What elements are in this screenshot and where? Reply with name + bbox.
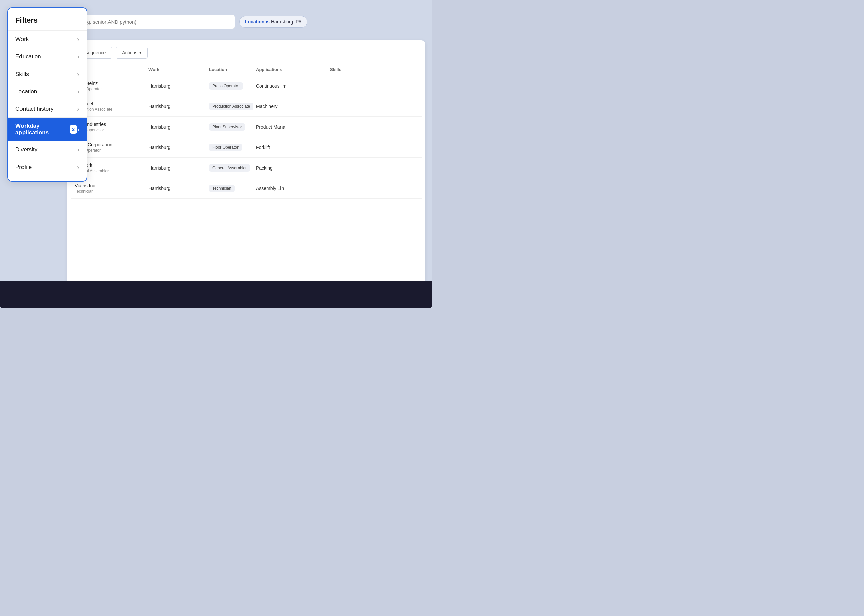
search-area: Location is Harrisburg, PA [67,10,425,34]
cell-skills: Machinery [256,104,330,109]
filter-label-diversity: Diversity [16,146,37,153]
cell-location: Harrisburg [148,165,209,171]
cell-application: General Assembler [209,164,256,171]
filter-item-profile[interactable]: Profile [8,158,87,176]
filter-badge-workday-applications: 2 [69,125,77,134]
filter-item-left-work: Work [16,36,28,42]
table-row[interactable]: PPG Industries Plant Supervisor Harrisbu… [71,117,422,137]
table-row[interactable]: Kraft Heinz Press Operator Harrisburg Pr… [71,76,422,96]
table-body: Kraft Heinz Press Operator Harrisburg Pr… [71,76,422,199]
filter-item-left-workday-applications: Workday applications 2 [16,123,77,136]
table-row[interactable]: Viatris Inc. Technician Harrisburg Techn… [71,178,422,199]
search-input[interactable] [67,15,235,29]
cell-skills: Packing [256,165,330,171]
location-filter-value: Harrisburg, PA [271,19,302,25]
chevron-right-icon-diversity [77,146,79,153]
app-badge: Floor Operator [209,144,242,151]
dark-bottom-strip [0,281,432,308]
filter-item-workday-applications[interactable]: Workday applications 2 [8,118,87,141]
table-row[interactable]: Aramark General Assembler Harrisburg Gen… [71,158,422,178]
data-table: Work Location Applications Skills Kraft … [71,64,422,298]
cell-application: Floor Operator [209,144,256,151]
table-row[interactable]: Alcoa Corporation Floor Operator Harrisb… [71,137,422,158]
filter-item-left-education: Education [16,53,41,60]
col-header-work: Work [148,67,209,72]
cell-skills: Product Mana [256,124,330,130]
col-header-skills: Skills [330,67,384,72]
chevron-right-icon-profile [77,163,79,171]
location-filter-badge[interactable]: Location is Harrisburg, PA [239,16,307,28]
company-name: Viatris Inc. [74,183,148,188]
filter-item-work[interactable]: Work [8,30,87,48]
chevron-right-icon-education [77,53,79,60]
actions-button[interactable]: Actions ▾ [115,47,148,59]
filter-label-skills: Skills [16,71,29,77]
filter-panel: Filters Work Education Skills Location C… [7,7,87,182]
app-badge: General Assembler [209,164,250,171]
job-title: Technician [74,189,148,194]
cell-location: Harrisburg [148,145,209,150]
cell-application: Technician [209,185,256,192]
filter-item-left-location: Location [16,88,37,95]
cell-application: Plant Supervisor [209,123,256,130]
col-header-location: Location [209,67,256,72]
filter-label-workday-applications: Workday applications [16,123,66,136]
chevron-right-icon-work [77,35,79,43]
filter-item-skills[interactable]: Skills [8,65,87,83]
filter-item-contact-history[interactable]: Contact history [8,100,87,118]
filter-item-left-skills: Skills [16,71,29,77]
filter-label-profile: Profile [16,164,32,171]
filter-title: Filters [8,16,87,30]
location-filter-label: Location is [245,19,270,25]
app-badge: Plant Supervisor [209,123,245,130]
search-wrapper [67,15,235,29]
table-row[interactable]: US Steel Production Associate Harrisburg… [71,96,422,117]
filter-item-left-contact-history: Contact history [16,106,54,112]
chevron-right-icon-contact-history [77,105,79,113]
cell-application: Production Associate [209,103,256,110]
filter-label-contact-history: Contact history [16,106,54,112]
cell-skills: Continuous Im [256,83,330,89]
table-header: Work Location Applications Skills [71,64,422,76]
filter-label-education: Education [16,53,41,60]
cell-location: Harrisburg [148,83,209,89]
cell-location: Harrisburg [148,104,209,109]
chevron-right-icon-workday-applications [77,126,79,133]
filter-item-education[interactable]: Education [8,48,87,65]
cell-skills: Assembly Lin [256,185,330,191]
app-badge: Technician [209,185,235,192]
app-badge: Press Operator [209,82,243,90]
app-badge: Production Associate [209,103,253,110]
cell-application: Press Operator [209,82,256,90]
toolbar-row: to sequence Actions ▾ [71,44,422,61]
filter-items-list: Work Education Skills Location Contact h… [8,30,87,176]
cell-location: Harrisburg [148,185,209,191]
filter-item-left-diversity: Diversity [16,146,37,153]
chevron-right-icon-location [77,88,79,95]
filter-item-diversity[interactable]: Diversity [8,141,87,158]
filter-item-location[interactable]: Location [8,83,87,100]
filter-item-left-profile: Profile [16,164,32,171]
chevron-right-icon-skills [77,70,79,78]
cell-company: Viatris Inc. Technician [74,183,148,194]
col-header-applications: Applications [256,67,330,72]
cell-skills: Forklift [256,145,330,150]
cell-location: Harrisburg [148,124,209,130]
filter-label-work: Work [16,36,28,42]
filter-label-location: Location [16,88,37,95]
chevron-down-icon: ▾ [139,50,142,55]
